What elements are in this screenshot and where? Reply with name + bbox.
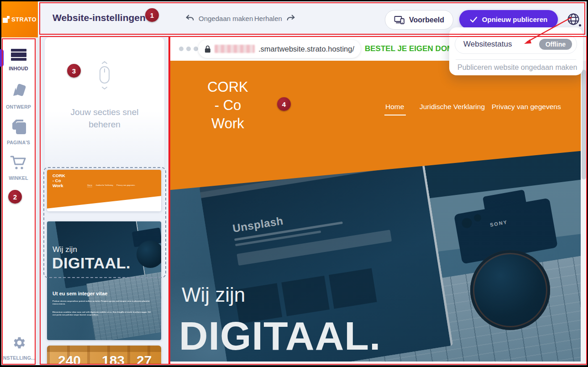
window-dot-2 [186, 47, 191, 51]
cart-icon [10, 155, 27, 171]
stat-value-2: 183 [102, 353, 125, 365]
site-nav-privacy[interactable]: Privacy van gegevens [492, 103, 561, 111]
thumbnail-hero-paragraph1: Pretium viverra suspendisse potenti null… [52, 300, 152, 305]
design-icon [10, 83, 27, 100]
sidebar-label-instellingen: INSTELLING... [1, 355, 36, 361]
content-icon [10, 48, 27, 61]
status-badge: Offline [539, 39, 572, 50]
globe-icon [567, 12, 580, 26]
sidebar-label-winkel: WINKEL [1, 175, 36, 181]
menu-divider [456, 59, 576, 60]
lock-icon [205, 45, 211, 53]
sidebar-item-winkel[interactable]: WINKEL [1, 155, 36, 181]
sidebar-item-instellingen[interactable]: INSTELLING... [1, 335, 36, 361]
active-nav-underline [384, 115, 406, 115]
redo-label: Herhalen [254, 15, 282, 22]
sidebar-item-inhoud[interactable]: INHOUD [1, 48, 36, 71]
redacted-subdomain [215, 45, 255, 53]
strato-logo-text: STRATO [11, 16, 37, 23]
gear-icon [11, 335, 26, 351]
sidebar-label-ontwerp: ONTWERP [1, 104, 36, 110]
thumbnail-hero-paragraph2: Elementum curabitur vitae nunc sed velit… [52, 311, 152, 316]
sidebar-item-ontwerp[interactable]: ONTWERP [1, 83, 36, 110]
website-status-menu: Websitestatus Offline Publiceren website… [449, 27, 583, 75]
hero-heading-line2: DIGITAAL. [179, 313, 381, 359]
undo-label: Ongedaan maken [199, 15, 253, 22]
page-title: Website-instellingen [52, 12, 146, 23]
publish-label: Opnieuw publiceren [482, 16, 547, 23]
website-status-row[interactable]: Websitestatus Offline [455, 35, 577, 54]
sections-panel: Jouw secties snel beheren CORK - Co Work… [39, 37, 169, 365]
devices-icon [394, 16, 405, 25]
redo-icon [286, 13, 296, 23]
site-canvas: Unsplash SONY Wij zijn DIGITAAL. CORK [170, 61, 581, 362]
site-nav-home[interactable]: Home [385, 103, 404, 111]
sidebar-label-inhoud: INHOUD [1, 66, 36, 71]
thumbnail-hero-subheading: Ut eu sem integer vitae [52, 291, 107, 296]
section-thumbnail-stats[interactable]: 240 183 27 [47, 346, 161, 365]
address-bar[interactable]: .smartwebsite.strato.hosting/ [198, 40, 361, 58]
sections-hint-text: Jouw secties snel beheren [45, 106, 164, 131]
redo-button[interactable]: Herhalen [254, 13, 296, 23]
preview-label: Voorbeeld [409, 16, 444, 24]
active-item-indicator [0, 49, 4, 67]
status-indicator-dot [579, 24, 581, 26]
stat-value-3: 27 [136, 353, 152, 365]
publish-button[interactable]: Opnieuw publiceren [459, 10, 558, 29]
sections-hint-card: Jouw secties snel beheren [45, 37, 164, 170]
scroll-mouse-icon [98, 61, 111, 89]
preview-button[interactable]: Voorbeeld [385, 10, 453, 30]
website-preview: .smartwebsite.strato.hosting/ BESTEL JE … [170, 37, 587, 365]
undo-button[interactable]: Ongedaan maken [185, 13, 253, 23]
window-dot-3 [194, 47, 198, 51]
sidebar-label-paginas: PAGINA'S [1, 140, 36, 145]
website-status-button[interactable] [564, 10, 583, 29]
stat-value-1: 240 [58, 353, 81, 365]
pages-icon [10, 118, 27, 135]
sidebar: INHOUD ONTWERP PAGINA'S WINKEL INSTELLIN… [1, 37, 36, 365]
site-nav-juridische-verklaring[interactable]: Juridische Verklaring [420, 103, 485, 111]
url-host-text: .smartwebsite.strato.hosting/ [258, 45, 354, 53]
strato-logo[interactable]: STRATO [1, 1, 38, 37]
strato-logo-icon [3, 16, 10, 23]
hero-heading-line1: Wij zijn [182, 283, 245, 306]
window-dot-1 [179, 47, 184, 51]
preview-scrollbar [581, 61, 587, 365]
check-icon [470, 16, 478, 23]
undo-icon [185, 13, 195, 23]
section-drop-target [43, 167, 166, 278]
unpublish-menu-item[interactable]: Publiceren website ongedaan maken [457, 63, 577, 72]
sidebar-item-paginas[interactable]: PAGINA'S [1, 118, 36, 145]
scrollbar-thumb[interactable] [582, 70, 586, 179]
website-status-label: Websitestatus [463, 40, 512, 49]
site-logo-text: CORK - Co Work [204, 78, 252, 133]
strato-website-editor: STRATO Website-instellingen Ongedaan mak… [0, 0, 588, 367]
